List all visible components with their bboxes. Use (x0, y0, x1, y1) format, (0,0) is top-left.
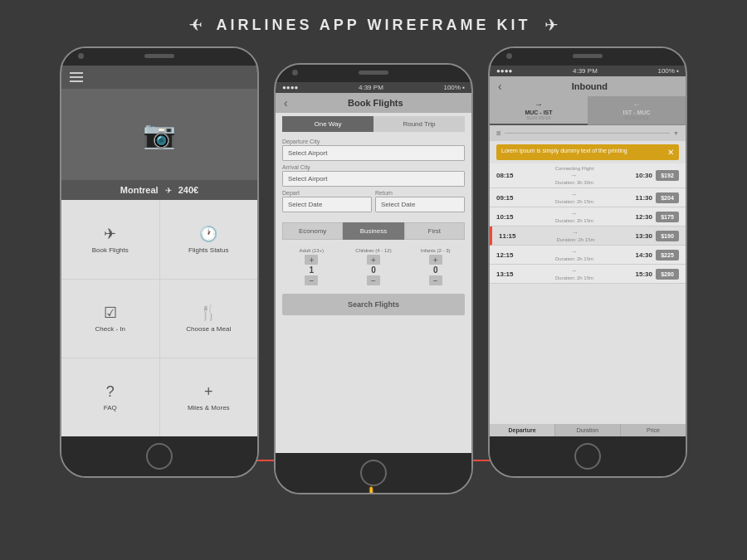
flight-depart-time: 12:15 (496, 251, 518, 259)
child-minus[interactable]: − (367, 275, 380, 285)
flight-price: $192 (656, 170, 679, 181)
flight-row[interactable]: 13:15 → Duration: 2h 15m 15:30 $280 (490, 265, 686, 284)
grid-item-check-in[interactable]: ☑ Check - In (61, 280, 159, 358)
phone2-screen: ●●●● 4:39 PM 100% ▪ ‹ Book Flights One W… (276, 82, 471, 453)
class-first[interactable]: First (404, 222, 465, 240)
flight-price: $280 (656, 269, 679, 280)
phone3-status-bar: ●●●● 4:39 PM 100% ▪ (490, 66, 686, 76)
flight-arrive-time: 14:30 (631, 251, 652, 259)
flight-line: → (570, 210, 579, 217)
plane-right-icon: ✈ (544, 15, 559, 35)
flight-info-col: → Duration: 2h 15m (521, 267, 627, 280)
phone1-hero: 📷 (61, 89, 257, 180)
flight-row[interactable]: 08:15 Connecting Flight → Duration: 3h 3… (490, 163, 686, 188)
check-in-icon: ☑ (104, 304, 117, 322)
departure-input[interactable]: Select Airport (282, 145, 465, 161)
phone3-bottom (490, 436, 686, 476)
book-flights-label: Book Flights (92, 246, 129, 254)
cursor-hand-icon: 👆 (360, 485, 387, 494)
phone1-notch (61, 48, 257, 66)
faq-label: FAQ (104, 404, 117, 411)
class-business[interactable]: Business (343, 222, 403, 240)
plane-left-icon: ✈ (188, 15, 203, 35)
phone2-home-button[interactable] (360, 460, 387, 486)
route2-arrow-icon: ← (632, 100, 641, 109)
route1-date: SUN 05/16 (526, 115, 550, 120)
grid-item-choose-meal[interactable]: 🍴 Choose a Meal (160, 280, 258, 358)
search-flights-button[interactable]: Search Flights (282, 294, 465, 315)
flight-duration: Duration: 2h 15m (555, 199, 593, 204)
filter-icon[interactable]: ≡ (496, 129, 501, 138)
phone2-speaker (359, 71, 388, 75)
arrival-input[interactable]: Select Airport (282, 171, 465, 187)
sort-departure[interactable]: Departure (490, 424, 555, 436)
sort-price[interactable]: Price (621, 424, 686, 436)
adult-minus[interactable]: − (305, 275, 318, 285)
filter-arrow-icon: ▼ (673, 130, 679, 136)
flight-row[interactable]: 10:15 → Duration: 2h 15m 12:30 $175 (490, 207, 686, 226)
grid-item-book-flights[interactable]: ✈ Book Flights (61, 200, 159, 279)
phone3-signal: ●●●● (496, 67, 512, 75)
alert-close-button[interactable]: ✕ (667, 148, 674, 157)
flight-price: $175 (656, 212, 679, 222)
class-economy[interactable]: Economy (282, 222, 343, 240)
depart-date-input[interactable]: Select Date (282, 197, 372, 212)
infant-col: Infants (2 - 3) + 0 − (406, 248, 465, 285)
child-plus[interactable]: + (367, 255, 380, 265)
tab-one-way[interactable]: One Way (282, 116, 374, 132)
flight-row[interactable]: 09:15 → Duration: 2h 15m 11:30 $204 (490, 188, 686, 207)
phone-inbound: ●●●● 4:39 PM 100% ▪ ‹ Inbound → MUC - IS… (488, 46, 687, 478)
adult-plus[interactable]: + (305, 255, 318, 265)
grid-item-flights-status[interactable]: 🕐 Flights Status (160, 200, 258, 279)
grid-item-faq[interactable]: ? FAQ (61, 358, 159, 436)
phone1-home-button[interactable] (146, 443, 173, 470)
flight-duration: Duration: 2h 15m (555, 218, 593, 223)
phone1-grid: ✈ Book Flights 🕐 Flights Status ☑ Check … (61, 200, 257, 436)
tab-round-trip[interactable]: Round Trip (374, 116, 465, 132)
phone1-speaker (144, 54, 174, 58)
grid-item-miles[interactable]: + Miles & Mores (160, 358, 258, 436)
infant-minus[interactable]: − (429, 275, 442, 285)
flight-depart-time: 10:15 (496, 213, 518, 221)
flight-arrive-time: 15:30 (631, 270, 652, 278)
flight-info-col: → Duration: 2h 15m (521, 210, 627, 223)
phone2-notch (276, 65, 471, 82)
book-flights-icon: ✈ (104, 225, 116, 243)
phone1-header-bar (61, 66, 257, 89)
flight-duration: Duration: 2h 15m (555, 275, 593, 280)
flight-price: $204 (656, 192, 679, 203)
return-date-input[interactable]: Select Date (375, 197, 465, 212)
phone-book-flights: ●●●● 4:39 PM 100% ▪ ‹ Book Flights One W… (274, 63, 473, 494)
flight-price: $225 (656, 250, 679, 261)
flight-arrive-time: 12:30 (631, 213, 652, 221)
adult-ctrl: + 1 − (305, 255, 318, 285)
flight-duration: Duration: 3h 30m (555, 180, 593, 185)
route-tab-inbound[interactable]: ← IST - MUC SUN 07/12 (588, 96, 686, 125)
flight-depart-time: 13:15 (496, 270, 518, 278)
phone2-bottom: 👆 (276, 453, 471, 493)
phone3-screen: ●●●● 4:39 PM 100% ▪ ‹ Inbound → MUC - IS… (490, 66, 686, 436)
route2-date: SUN 07/12 (624, 115, 648, 120)
phone3-home-button[interactable] (574, 443, 601, 470)
phone1-info-bar: Montreal ✈ 240€ (61, 180, 257, 200)
sort-duration[interactable]: Duration (555, 424, 621, 436)
flight-duration: Duration: 2h 15m (555, 256, 593, 261)
flight-arrive-time: 13:30 (631, 232, 652, 240)
infant-label: Infants (2 - 3) (421, 248, 451, 253)
infant-ctrl: + 0 − (429, 255, 442, 285)
hamburger-menu[interactable] (70, 72, 249, 82)
adult-value: 1 (310, 265, 315, 275)
return-label: Return (375, 190, 465, 196)
flight-price: $190 (656, 231, 679, 241)
booking-tabs: One Way Round Trip (282, 116, 465, 132)
flight-row[interactable]: 11:15 → Duration: 2h 15m 13:30 $190 (490, 226, 686, 246)
flight-row[interactable]: 12:15 → Duration: 2h 15m 14:30 $225 (490, 246, 686, 265)
route-tab-outbound[interactable]: → MUC - IST SUN 05/16 (490, 96, 588, 125)
phone2-nav: ‹ Book Flights (276, 93, 471, 113)
infant-plus[interactable]: + (429, 255, 442, 265)
route2-name: IST - MUC (622, 110, 650, 115)
child-label: Children (4 - 12) (355, 248, 391, 253)
meal-label: Choose a Meal (186, 325, 231, 333)
flight-line: → (572, 229, 580, 236)
passengers-section: Adult (13+) + 1 − Children (4 - 12) + 0 … (276, 243, 471, 289)
